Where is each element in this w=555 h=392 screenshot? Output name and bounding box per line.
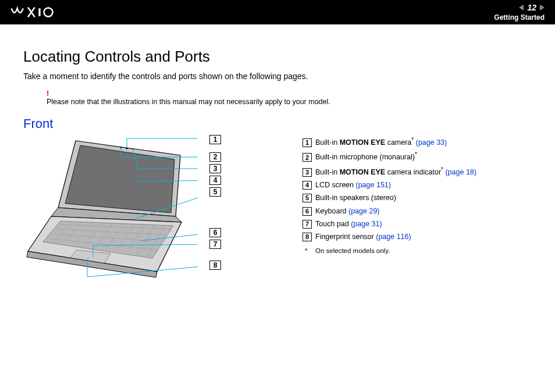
callout-box-5: 5 (209, 187, 221, 197)
page-link[interactable]: (page 18) (445, 168, 476, 176)
legend-list: 1 Built-in MOTION EYE camera* (page 33) … (279, 135, 532, 304)
legend-num: 6 (303, 207, 312, 216)
legend-num: 7 (303, 220, 312, 229)
header-bar: 12 Getting Started (0, 0, 555, 24)
legend-item: 2 Built-in microphone (monaural)* (303, 149, 532, 163)
vaio-logo (10, 6, 69, 18)
callout-box-1: 1 (209, 135, 221, 144)
page-number: 12 (527, 3, 536, 12)
legend-item: 6 Keyboard (page 29) (303, 205, 532, 218)
page-link[interactable]: (page 29) (348, 207, 380, 215)
warning-icon: ! (47, 89, 532, 98)
legend-num: 2 (303, 153, 312, 162)
subheading: Front (23, 116, 532, 131)
prev-page-icon[interactable] (519, 5, 524, 10)
svg-rect-2 (38, 8, 40, 16)
legend-num: 1 (303, 138, 312, 147)
callout-box-6: 6 (209, 228, 221, 237)
legend-num: 8 (303, 233, 312, 241)
page-link[interactable]: (page 116) (376, 233, 411, 241)
svg-point-3 (44, 8, 53, 17)
header-right: 12 Getting Started (494, 3, 545, 22)
legend-item: 8 Fingerprint sensor (page 116) (303, 231, 532, 243)
legend-num: 5 (303, 194, 312, 202)
legend-num: 3 (303, 168, 312, 177)
laptop-illustration (23, 135, 198, 289)
page-title: Locating Controls and Ports (23, 48, 532, 66)
legend-footnote: On selected models only. (303, 245, 532, 257)
callout-box-3: 3 (209, 164, 221, 173)
next-page-icon[interactable] (540, 5, 545, 10)
callout-box-4: 4 (209, 176, 221, 185)
warning-text: Please note that the illustrations in th… (47, 98, 532, 106)
page-link[interactable]: (page 151) (355, 181, 390, 189)
legend-item: 5 Built-in speakers (stereo) (303, 192, 532, 204)
legend-item: 1 Built-in MOTION EYE camera* (page 33) (303, 135, 532, 149)
legend-item: 3 Built-in MOTION EYE camera indicator* … (303, 165, 532, 179)
content: Locating Controls and Ports Take a momen… (0, 24, 555, 315)
legend-num: 4 (303, 181, 312, 190)
callout-box-7: 7 (209, 240, 221, 249)
section-label: Getting Started (494, 13, 545, 22)
callout-box-8: 8 (209, 261, 221, 270)
legend-item: 7 Touch pad (page 31) (303, 218, 532, 230)
laptop-diagram: 1 2 3 4 5 6 7 8 (23, 135, 268, 304)
callout-box-2: 2 (209, 152, 221, 162)
page-link[interactable]: (page 31) (351, 220, 382, 228)
intro-text: Take a moment to identify the controls a… (23, 72, 532, 81)
legend-item: 4 LCD screen (page 151) (303, 179, 532, 191)
page-link[interactable]: (page 33) (416, 138, 447, 147)
